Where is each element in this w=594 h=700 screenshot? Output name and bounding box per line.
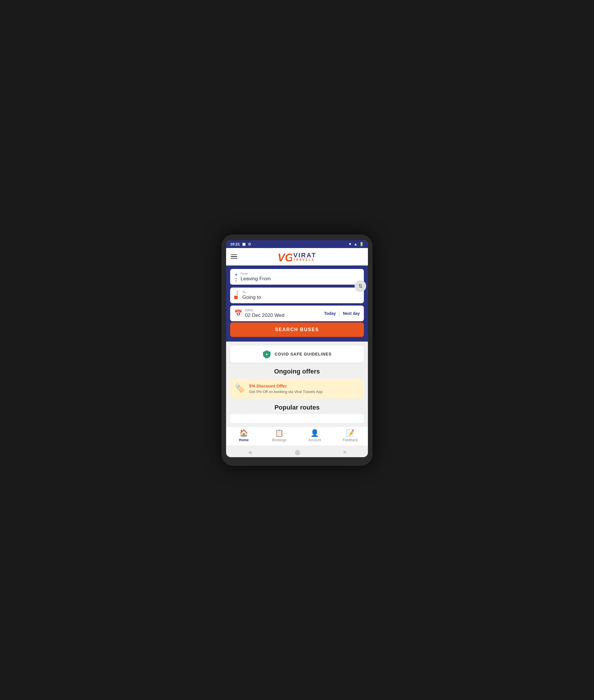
feedback-label: Feedback [342, 438, 358, 442]
recents-button[interactable]: ■ [343, 449, 346, 455]
dot-3 [236, 291, 238, 292]
nav-item-account[interactable]: 👤 Account [297, 429, 332, 442]
device-frame: 10:21 ▣ ⊙ ▼ ▲ 🔋 VG [222, 234, 372, 466]
date-value: 02 Dec 2020 Wed [245, 313, 285, 318]
account-label: Account [308, 438, 321, 442]
to-field-card[interactable]: To Going to [230, 287, 364, 303]
nav-item-feedback[interactable]: 📝 Feedback [332, 429, 368, 442]
next-day-button[interactable]: Next day [343, 311, 360, 316]
dots-connector: ▼ [234, 272, 238, 282]
offer-card[interactable]: 🏷️ 5% Discount Offer Get 5% Off on booki… [230, 379, 364, 398]
routes-section-title: Popular routes [226, 404, 368, 411]
menu-button[interactable] [231, 254, 237, 259]
date-divider: | [338, 311, 340, 316]
from-icon-area: ▼ From Leaving From [234, 272, 360, 282]
date-right: Today | Next day [324, 311, 360, 316]
account-icon: 👤 [310, 429, 319, 437]
back-button[interactable]: ◀ [248, 449, 252, 455]
offer-title: 5% Discount Offer [249, 383, 323, 388]
covid-text: COVID SAFE GUIDELINES [275, 352, 332, 356]
date-info: DATE 02 Dec 2020 Wed [245, 309, 285, 318]
app-header: VG VIRAT TRAVELS [226, 248, 368, 266]
status-bar-left: 10:21 ▣ ⊙ [230, 242, 251, 246]
content-area: + COVID SAFE GUIDELINES Ongoing offers 🏷… [226, 346, 368, 423]
dot-4 [236, 293, 238, 295]
svg-text:VG: VG [277, 251, 292, 262]
covid-banner[interactable]: + COVID SAFE GUIDELINES [230, 346, 364, 362]
status-bar-right: ▼ ▲ 🔋 [348, 242, 364, 246]
status-bar: 10:21 ▣ ⊙ ▼ ▲ 🔋 [226, 240, 368, 248]
logo-travels-text: TRAVELS [293, 258, 316, 261]
to-text-group: To Going to [242, 290, 261, 300]
circle-icon: ⊙ [248, 242, 251, 246]
home-icon: 🏠 [239, 429, 248, 437]
to-dots-connector [234, 290, 240, 299]
nav-item-home[interactable]: 🏠 Home [226, 429, 262, 442]
svg-text:+: + [266, 352, 268, 357]
dot-2 [235, 280, 237, 282]
from-text-group: From Leaving From [241, 272, 271, 282]
dot-1 [235, 278, 237, 279]
from-triangle-icon: ▼ [234, 273, 238, 277]
sim-icon: ▣ [242, 242, 245, 246]
search-buses-button[interactable]: SEARCH BUSES [230, 322, 364, 337]
from-label: From [241, 272, 271, 275]
offer-details: 5% Discount Offer Get 5% Off on booking … [249, 383, 323, 394]
bookings-label: Bookings [272, 438, 286, 442]
to-label: To [242, 290, 261, 294]
signal-icon: ▲ [354, 242, 358, 246]
offers-section-title: Ongoing offers [226, 368, 368, 375]
to-square-icon [234, 296, 238, 299]
app-logo: VG VIRAT TRAVELS [277, 251, 316, 262]
from-value: Leaving From [241, 276, 271, 282]
routes-card [230, 414, 364, 423]
time-display: 10:21 [230, 242, 240, 246]
from-field-card[interactable]: ▼ From Leaving From [230, 269, 364, 285]
logo-text-group: VIRAT TRAVELS [293, 252, 316, 261]
menu-line-3 [231, 258, 237, 259]
tag-icon: 🏷️ [235, 383, 245, 393]
system-nav: ◀ ⬤ ■ [226, 446, 368, 457]
from-to-container: ▼ From Leaving From ⇅ [230, 269, 364, 303]
today-button[interactable]: Today [324, 311, 336, 316]
search-section: ▼ From Leaving From ⇅ [226, 266, 368, 342]
swap-button[interactable]: ⇅ [355, 280, 366, 292]
wifi-icon: ▼ [348, 242, 352, 246]
date-left: 📅 DATE 02 Dec 2020 Wed [234, 309, 285, 318]
offer-desc: Get 5% Off on booking via Virat Travels … [249, 389, 323, 394]
logo-svg: VG [277, 251, 292, 262]
menu-line-2 [231, 256, 237, 257]
to-value: Going to [242, 294, 261, 300]
to-icon-area: To Going to [234, 290, 360, 300]
shield-icon: + [262, 350, 271, 358]
date-label: DATE [245, 309, 285, 312]
menu-line-1 [231, 254, 237, 255]
screen: 10:21 ▣ ⊙ ▼ ▲ 🔋 VG [226, 240, 368, 457]
logo-virat-text: VIRAT [293, 252, 316, 258]
battery-icon: 🔋 [359, 242, 364, 246]
logo-vg-shape: VG [277, 251, 292, 262]
nav-item-bookings[interactable]: 📋 Bookings [262, 429, 297, 442]
bookings-icon: 📋 [275, 429, 284, 437]
bottom-nav: 🏠 Home 📋 Bookings 👤 Account 📝 Feedback [226, 426, 368, 446]
home-system-button[interactable]: ⬤ [295, 449, 300, 455]
date-card[interactable]: 📅 DATE 02 Dec 2020 Wed Today | Next day [230, 306, 364, 321]
home-label: Home [239, 438, 249, 442]
feedback-icon: 📝 [346, 429, 355, 437]
calendar-icon: 📅 [234, 310, 242, 317]
